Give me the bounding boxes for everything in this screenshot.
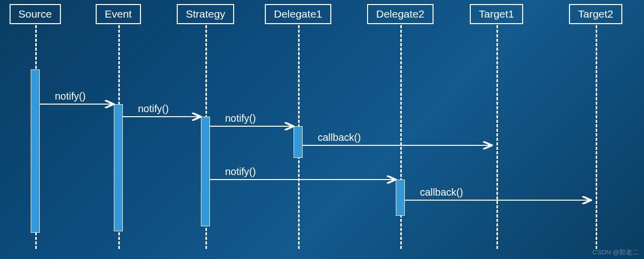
activation-delegate2 [396, 180, 405, 216]
participant-event: Event [96, 4, 141, 24]
lifeline-target1 [496, 25, 498, 249]
message-label-strategy-delegate2: notify() [225, 166, 256, 178]
participant-source: Source [10, 4, 61, 24]
sequence-diagram: SourceEventStrategyDelegate1Delegate2Tar… [0, 0, 644, 259]
participant-target2: Target2 [569, 4, 622, 24]
activation-strategy [201, 117, 210, 226]
participant-delegate1: Delegate1 [265, 4, 331, 24]
message-label-event-strategy: notify() [138, 103, 169, 115]
watermark: CSDN @郭老二 [592, 248, 639, 257]
message-label-source-event: notify() [55, 91, 86, 102]
activation-delegate1 [294, 126, 303, 158]
activation-source [31, 69, 40, 233]
participant-strategy: Strategy [177, 4, 234, 24]
message-label-delegate2-target2: callback() [420, 187, 463, 198]
message-label-delegate1-target1: callback() [318, 132, 361, 143]
activation-event [114, 104, 123, 231]
participant-delegate2: Delegate2 [367, 4, 434, 24]
message-label-strategy-delegate1: notify() [225, 113, 256, 124]
participant-target1: Target1 [470, 4, 523, 24]
lifeline-target2 [596, 25, 597, 249]
arrows-layer [0, 0, 644, 259]
